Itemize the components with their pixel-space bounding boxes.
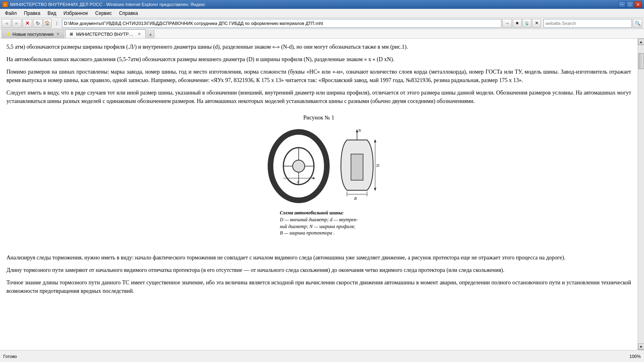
scroll-thumb[interactable] (638, 53, 644, 69)
tabsbar: ⭐ Новые поступления ✕ 🏛 МИНИСТЕРСТВО ВНУ… (0, 29, 644, 39)
forward-button[interactable]: ► (12, 19, 22, 28)
scroll-up-button[interactable]: ▲ (638, 39, 644, 45)
main-content: 5,5 атм) обозначаются размеры ширины про… (0, 39, 638, 350)
paragraph-4: Следует иметь в виду, что в ряде случаев… (6, 88, 631, 105)
svg-text:B: B (354, 196, 357, 201)
figure-container: Рисунок № 1 d (6, 113, 631, 237)
statusbar: Готово 100% (0, 350, 644, 362)
paragraph-2: На автомобильных шинах высокого давления… (6, 55, 631, 64)
search-input[interactable] (543, 19, 632, 28)
tab-label-1: Новые поступления (12, 32, 54, 37)
minimize-button[interactable]: ─ (618, 1, 625, 8)
refresh-button[interactable]: ↻ (33, 19, 43, 28)
svg-marker-19 (374, 139, 376, 142)
tire-diagram: d N B (254, 126, 383, 206)
figure-title: Рисунок № 1 (6, 113, 631, 122)
close-button[interactable]: ✕ (634, 1, 642, 8)
titlebar-controls: ─ □ ✕ (618, 1, 642, 8)
stop-button[interactable]: ✕ (23, 19, 32, 28)
menu-edit[interactable]: Правка (21, 10, 44, 17)
figure-caption-d: D — внешний диаметр; d — внутрен- (280, 217, 358, 222)
figure-caption-b: В — ширина протектора . (280, 230, 334, 236)
tab-close-1[interactable]: ✕ (55, 31, 61, 37)
navbar: ◄ ► ✕ ↻ 🏠 | → ★ 📡 ✕ 🔍 (0, 18, 644, 29)
scroll-track[interactable] (638, 45, 644, 343)
paragraph-1: 5,5 атм) обозначаются размеры ширины про… (6, 43, 631, 51)
paragraph-5: Анализируя следы торможения, нужно иметь… (6, 253, 631, 262)
svg-point-2 (293, 160, 305, 172)
new-tab-button[interactable]: + (147, 30, 155, 38)
add-favorites-button[interactable]: ★ (513, 19, 522, 28)
zoom-level: 100% (630, 354, 641, 359)
restore-button[interactable]: □ (626, 1, 634, 8)
tab-close-2[interactable]: ✕ (136, 31, 142, 37)
menu-view[interactable]: Вид (44, 10, 60, 17)
figure-caption-n: ний диаметр; N — ширина профиля; (280, 224, 355, 229)
menu-favorites[interactable]: Избранное (60, 10, 91, 17)
menu-help[interactable]: Справка (116, 10, 141, 17)
delete-button[interactable]: ✕ (532, 19, 541, 28)
svg-text:D: D (376, 163, 380, 168)
content-wrapper: 5,5 атм) обозначаются размеры ширины про… (0, 39, 644, 350)
tab-label-2: МИНИСТЕРСТВО ВНУТРЕ... (76, 32, 135, 37)
ie-icon: e (2, 2, 8, 7)
tab-ministry[interactable]: 🏛 МИНИСТЕРСТВО ВНУТРЕ... ✕ (65, 29, 146, 38)
menu-file[interactable]: Файл (2, 10, 20, 17)
tab-favicon-2: 🏛 (69, 31, 74, 37)
back-button[interactable]: ◄ (2, 19, 11, 28)
titlebar-title: МИНИСТЕРСТВО ВНУТРЕННИХ ДЕЛ РОСС - Windo… (10, 2, 205, 7)
home-button[interactable]: 🏠 (43, 19, 52, 28)
titlebar-left: e МИНИСТЕРСТВО ВНУТРЕННИХ ДЕЛ РОСС - Win… (2, 2, 205, 7)
svg-marker-20 (374, 188, 376, 191)
separator: | (52, 19, 61, 28)
status-text: Готово (3, 354, 17, 359)
tab-new-arrivals[interactable]: ⭐ Новые поступления ✕ (2, 29, 64, 38)
titlebar: e МИНИСТЕРСТВО ВНУТРЕННИХ ДЕЛ РОСС - Win… (0, 0, 644, 9)
scrollbar: ▲ ▼ (638, 39, 644, 350)
menu-tools[interactable]: Сервис (92, 10, 115, 17)
figure-caption-title: Схема автомобильной шины: (280, 210, 344, 216)
paragraph-6: Длину тормозного пути замеряют от началь… (6, 266, 631, 274)
tab-favicon-1: ⭐ (5, 31, 11, 37)
go-button[interactable]: → (502, 19, 512, 28)
search-area: 🔍 (543, 19, 642, 28)
scroll-down-button[interactable]: ▼ (638, 343, 644, 350)
address-input[interactable] (62, 19, 502, 28)
menubar: Файл Правка Вид Избранное Сервис Справка (0, 9, 644, 18)
paragraph-7: Точное знание длины тормозного пути данн… (6, 278, 631, 295)
figure-caption: Схема автомобильной шины: D — внешний ди… (280, 210, 358, 237)
rss-button[interactable]: 📡 (522, 19, 531, 28)
svg-text:N: N (358, 128, 361, 133)
search-button[interactable]: 🔍 (633, 19, 642, 28)
svg-rect-13 (351, 154, 363, 180)
paragraph-3: Помимо размеров на шинах проставлены: ма… (6, 68, 631, 84)
